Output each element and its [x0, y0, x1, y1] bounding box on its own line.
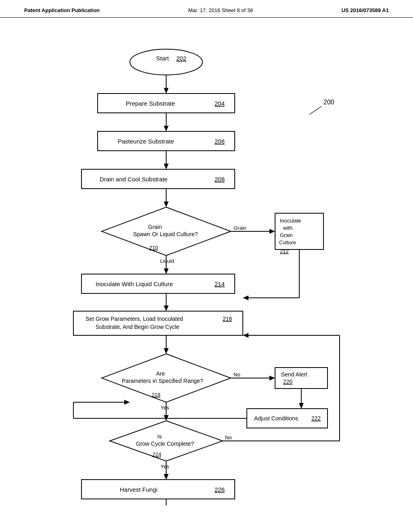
- n222-label: Adjust Conditions: [254, 415, 298, 422]
- header-publication-label: Patent Application Publication: [24, 7, 100, 13]
- svg-marker-9: [164, 164, 169, 169]
- n212-label-4: Culture: [279, 239, 296, 245]
- n212-label-2: with: [283, 225, 292, 231]
- n214-label: Inoculate With Liquid Culture: [96, 281, 173, 287]
- n222-id: 222: [311, 415, 321, 422]
- start-id: 202: [176, 55, 186, 62]
- header-date-sheet: Mar. 17, 2016 Sheet 8 of 38: [188, 7, 253, 13]
- diagram-area: 200 Start 202 Prepare Substrate 204 Past…: [0, 18, 413, 517]
- svg-marker-38: [124, 400, 130, 405]
- ref-200-label: 200: [323, 99, 334, 106]
- n208-id: 208: [215, 176, 225, 183]
- svg-marker-21: [243, 295, 248, 300]
- n218-no-label: No: [234, 372, 240, 378]
- n224-no-label: No: [225, 434, 232, 441]
- n220-id: 220: [283, 378, 293, 385]
- n210-liquid-label: Liquid: [160, 258, 174, 264]
- start-label: Start: [156, 55, 169, 62]
- svg-marker-45: [243, 333, 248, 338]
- n226-id: 226: [215, 486, 225, 493]
- svg-marker-47: [164, 474, 169, 480]
- n218-label-2: Parameters in Specified Range?: [122, 378, 203, 384]
- svg-marker-3: [164, 88, 169, 94]
- n206-label: Pasteurize Substrate: [118, 138, 174, 145]
- svg-marker-6: [164, 126, 169, 131]
- n216-id: 216: [223, 316, 232, 322]
- svg-marker-30: [269, 376, 275, 380]
- n224-id: 224: [152, 451, 161, 457]
- n224-label-2: Grow Cycle Complete?: [136, 441, 194, 447]
- svg-marker-17: [269, 229, 275, 234]
- n216-label-1: Set Grow Parameters, Load Inoculated: [86, 316, 183, 322]
- n218-id: 218: [152, 392, 161, 398]
- svg-marker-33: [299, 403, 304, 409]
- svg-point-1: [130, 49, 202, 75]
- header-patent-number: US 2016/073589 A1: [342, 7, 389, 13]
- flowchart-svg: 200 Start 202 Prepare Substrate 204 Past…: [33, 30, 380, 505]
- svg-rect-25: [73, 311, 243, 335]
- n210-label-line2: Spawn Or Liquid Culture?: [133, 231, 198, 237]
- n224-yes-label: Yes: [161, 463, 169, 470]
- n226-label: Harvest Fungi: [120, 486, 157, 493]
- n212-label-3: Grain: [280, 232, 293, 238]
- svg-marker-12: [164, 202, 169, 207]
- svg-marker-24: [164, 305, 169, 311]
- n210-grain-label: Grain: [234, 225, 246, 231]
- n212-id: 212: [280, 248, 289, 254]
- page-header: Patent Application Publication Mar. 17, …: [0, 0, 413, 18]
- n218-yes-label: Yes: [161, 405, 169, 411]
- n204-label: Prepare Substrate: [126, 100, 175, 107]
- n224-label-1: Is: [157, 433, 162, 440]
- n204-id: 204: [215, 100, 225, 107]
- svg-rect-48: [81, 480, 235, 499]
- n216-label-2: Substrate, And Begin Grow Cycle: [96, 324, 179, 330]
- svg-rect-31: [275, 368, 327, 389]
- svg-marker-27: [164, 348, 169, 354]
- n210-label-line1: Grain: [148, 224, 162, 230]
- n212-label-1: Inoculate: [280, 218, 301, 224]
- svg-marker-15: [164, 268, 169, 274]
- n214-id: 214: [215, 281, 225, 287]
- n208-label: Drain and Cool Substrate: [100, 176, 167, 183]
- n206-id: 206: [215, 138, 225, 145]
- n210-id: 210: [149, 245, 158, 251]
- n218-label-1: Are: [156, 370, 165, 377]
- svg-line-0: [309, 106, 321, 114]
- n220-label: Send Alert: [281, 371, 307, 378]
